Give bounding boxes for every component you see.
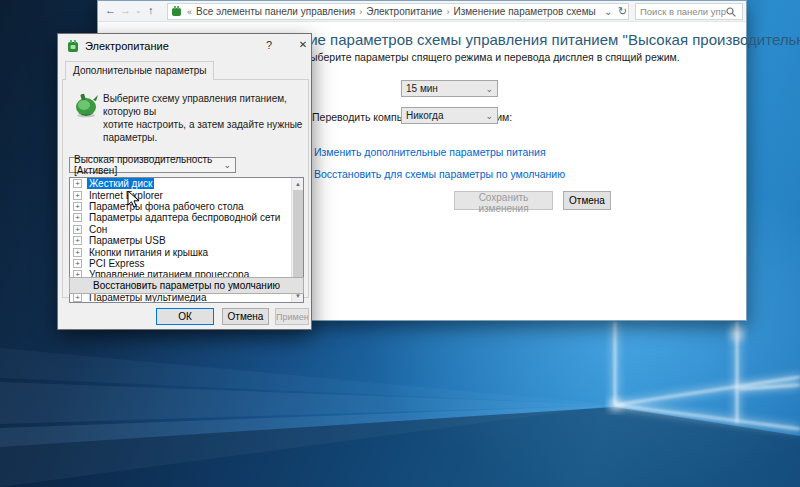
chevron-down-icon: ⌄	[485, 84, 493, 94]
dialog-titlebar[interactable]: Электропитание ? ✕	[58, 34, 311, 58]
address-bar[interactable]: « Все элементы панели управления › Элект…	[167, 3, 629, 20]
tree-item-label: Internet Explorer	[87, 190, 165, 201]
expand-icon[interactable]: +	[73, 213, 82, 222]
tree-item-power-buttons-lid[interactable]: + Кнопки питания и крышка	[70, 246, 303, 257]
address-dropdown-icon[interactable]: ⌄	[604, 3, 612, 20]
computer-sleep-dropdown[interactable]: Никогда ⌄	[401, 107, 498, 124]
tree-item-label: Кнопки питания и крышка	[87, 247, 210, 258]
computer-sleep-value: Никогда	[406, 110, 443, 121]
breadcrumb-edit-plan[interactable]: Изменение параметров схемы	[451, 6, 597, 17]
tree-item-usb-settings[interactable]: + Параметры USB	[70, 235, 303, 246]
power-scheme-dropdown[interactable]: Высокая производительность [Активен] ⌄	[69, 157, 236, 173]
power-options-dialog: Электропитание ? ✕ Дополнительные параме…	[57, 33, 312, 330]
save-changes-button[interactable]: Сохранить изменения	[454, 191, 553, 210]
tab-page: Выберите схему управления питанием, кото…	[62, 79, 309, 298]
recent-pages-caret-icon[interactable]: ⌄	[135, 6, 142, 15]
tree-item-desktop-background[interactable]: + Параметры фона рабочего стола	[70, 201, 303, 212]
description-line-2: хотите настроить, а затем задайте нужные…	[103, 118, 305, 144]
forward-icon[interactable]: →	[120, 4, 131, 16]
search-box[interactable]	[635, 3, 743, 20]
chevron-down-icon: ⌄	[223, 160, 231, 170]
refresh-icon[interactable]: ↻	[618, 3, 627, 20]
navigation-bar: ← → ⌄ ↑ « Все элементы панели управления…	[98, 1, 746, 22]
cancel-button[interactable]: Отмена	[222, 308, 269, 325]
breadcrumb-prefix: «	[185, 7, 194, 17]
tree-item-internet-explorer[interactable]: + Internet Explorer	[70, 189, 303, 200]
display-sleep-dropdown[interactable]: 15 мин ⌄	[401, 80, 498, 97]
breadcrumb-separator: ›	[357, 7, 364, 17]
tree-item-sleep[interactable]: + Сон	[70, 224, 303, 235]
power-scheme-value: Высокая производительность [Активен]	[74, 154, 223, 176]
expand-icon[interactable]: +	[73, 248, 82, 257]
expand-icon[interactable]: +	[73, 202, 82, 211]
back-icon[interactable]: ←	[105, 4, 116, 16]
breadcrumb-all-items[interactable]: Все элементы панели управления	[194, 6, 357, 17]
tree-item-wireless-adapter[interactable]: + Параметры адаптера беспроводной сети	[70, 212, 303, 223]
tree-item-hard-disk[interactable]: + Жесткий диск	[70, 178, 303, 189]
tree-item-label: Сон	[87, 224, 109, 235]
chevron-down-icon: ⌄	[485, 111, 493, 121]
expand-icon[interactable]: +	[73, 191, 82, 200]
expand-icon[interactable]: +	[73, 259, 82, 268]
expand-icon[interactable]: +	[73, 236, 82, 245]
search-input[interactable]	[640, 6, 726, 17]
tree-item-label: Параметры USB	[87, 235, 168, 246]
expand-icon[interactable]: +	[73, 179, 82, 188]
dialog-description: Выберите схему управления питанием, кото…	[103, 92, 305, 144]
dialog-title: Электропитание	[85, 40, 169, 52]
display-sleep-value: 15 мин	[406, 83, 438, 94]
tree-item-label: Параметры фона рабочего стола	[87, 201, 246, 212]
power-options-icon	[66, 39, 80, 53]
tree-item-label: PCI Express	[87, 258, 147, 269]
cancel-button[interactable]: Отмена	[563, 191, 611, 210]
power-options-small-icon	[171, 6, 182, 17]
help-button[interactable]: ?	[254, 34, 284, 56]
scrollbar-thumb[interactable]	[293, 190, 303, 278]
ok-button[interactable]: ОК	[156, 308, 214, 325]
tree-item-label: Жесткий диск	[87, 178, 154, 189]
scroll-up-icon[interactable]: ▲	[292, 178, 304, 190]
mouse-cursor	[127, 190, 143, 210]
breadcrumb-separator: ›	[444, 7, 451, 17]
close-icon[interactable]: ✕	[288, 34, 318, 56]
restore-defaults-button[interactable]: Восстановить параметры по умолчанию	[69, 277, 304, 294]
tab-advanced-settings[interactable]: Дополнительные параметры	[65, 61, 214, 80]
power-scheme-icon	[73, 90, 99, 118]
tree-item-pci-express[interactable]: + PCI Express	[70, 258, 303, 269]
tree-item-label: Параметры адаптера беспроводной сети	[87, 212, 282, 223]
description-line-1: Выберите схему управления питанием, кото…	[103, 92, 305, 118]
advanced-power-settings-link[interactable]: Изменить дополнительные параметры питани…	[314, 146, 546, 158]
breadcrumb-power-options[interactable]: Электропитание	[364, 6, 444, 17]
page-subtitle: Выберите параметры спящего режима и пере…	[303, 51, 680, 63]
restore-defaults-link[interactable]: Восстановить для схемы параметры по умол…	[314, 168, 565, 180]
search-icon	[726, 7, 736, 17]
page-title: Изменение параметров схемы управления пи…	[248, 31, 800, 48]
expand-icon[interactable]: +	[73, 225, 82, 234]
up-icon[interactable]: ↑	[148, 4, 154, 16]
expand-icon[interactable]: +	[73, 293, 82, 302]
apply-button[interactable]: Применить	[275, 308, 309, 325]
